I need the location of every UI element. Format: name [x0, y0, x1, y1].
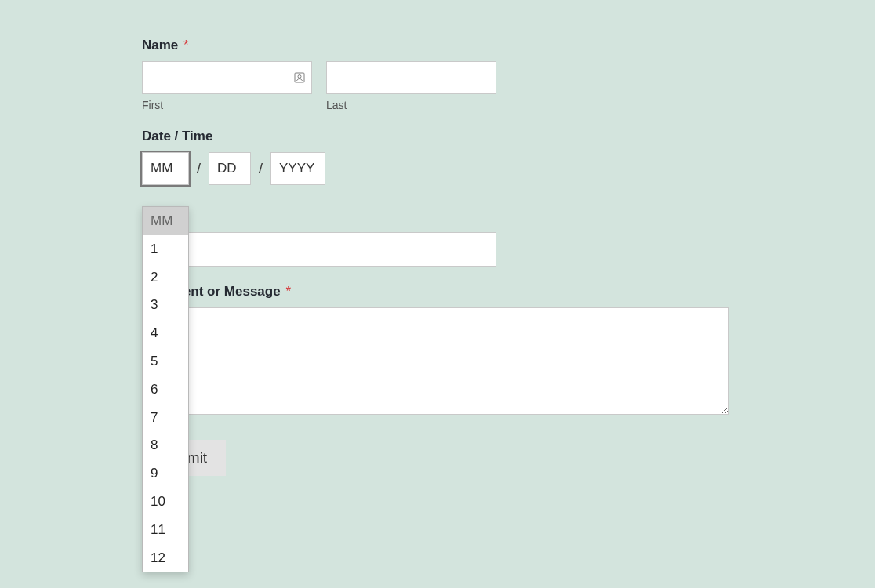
svg-point-1 [298, 75, 301, 78]
month-option-3[interactable]: 3 [143, 291, 188, 319]
date-row: MM / DD / YYYY [142, 152, 738, 185]
day-select[interactable]: DD [209, 152, 251, 185]
month-option-1[interactable]: 1 [143, 235, 188, 263]
month-option-6[interactable]: 6 [143, 376, 188, 404]
month-option-9[interactable]: 9 [143, 459, 188, 488]
comment-label: Comment or Message * [142, 284, 738, 299]
year-placeholder: YYYY [279, 161, 314, 176]
first-name-col: First [142, 61, 312, 111]
month-option-4[interactable]: 4 [143, 319, 188, 347]
required-marker: * [183, 38, 189, 53]
last-name-input[interactable] [326, 61, 496, 94]
required-marker: * [285, 284, 291, 299]
email-input[interactable] [142, 232, 496, 267]
last-name-sublabel: Last [326, 99, 496, 111]
month-option-10[interactable]: 10 [143, 488, 188, 516]
month-option-5[interactable]: 5 [143, 347, 188, 376]
date-label: Date / Time [142, 129, 738, 144]
date-separator-1: / [197, 161, 201, 177]
name-label-text: Name [142, 38, 178, 53]
name-field: Name * First Last [142, 38, 738, 111]
last-name-col: Last [326, 61, 496, 111]
date-field: Date / Time MM / DD / YYYY [142, 129, 738, 185]
month-option-2[interactable]: 2 [143, 263, 188, 292]
month-dropdown[interactable]: MM 1 2 3 4 5 6 7 8 9 10 11 12 [142, 206, 189, 572]
contact-card-icon [293, 71, 306, 84]
name-label: Name * [142, 38, 738, 53]
month-placeholder: MM [151, 161, 172, 176]
month-option-7[interactable]: 7 [143, 404, 188, 432]
comment-textarea[interactable] [142, 307, 729, 415]
month-select[interactable]: MM [142, 152, 189, 185]
email-field: Email * [142, 209, 738, 267]
month-option-placeholder[interactable]: MM [143, 207, 188, 235]
comment-field: Comment or Message * [142, 284, 738, 418]
month-option-12[interactable]: 12 [143, 544, 188, 572]
year-select[interactable]: YYYY [270, 152, 325, 185]
first-name-sublabel: First [142, 99, 312, 111]
first-name-input[interactable] [142, 61, 312, 94]
day-placeholder: DD [217, 161, 237, 176]
name-row: First Last [142, 61, 738, 111]
date-separator-2: / [259, 161, 263, 177]
month-option-11[interactable]: 11 [143, 516, 188, 544]
form-container: Name * First Last Date [142, 38, 738, 476]
month-option-8[interactable]: 8 [143, 431, 188, 459]
